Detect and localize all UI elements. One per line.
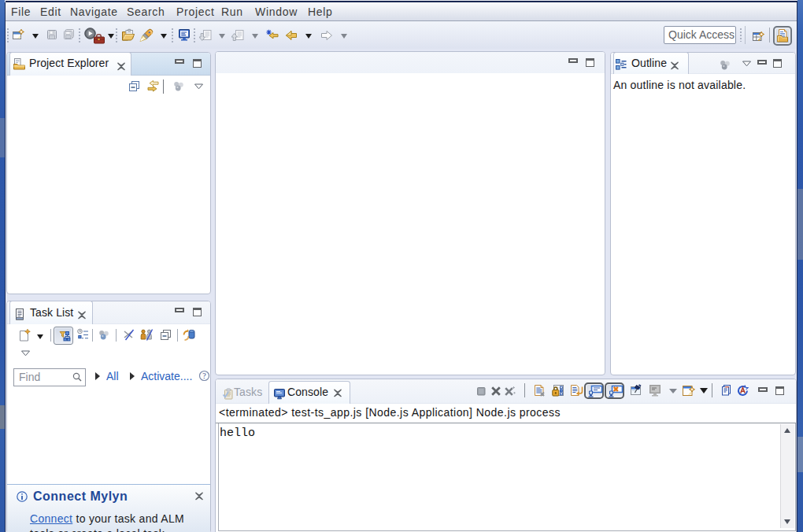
- svg-text:?: ?: [202, 371, 206, 380]
